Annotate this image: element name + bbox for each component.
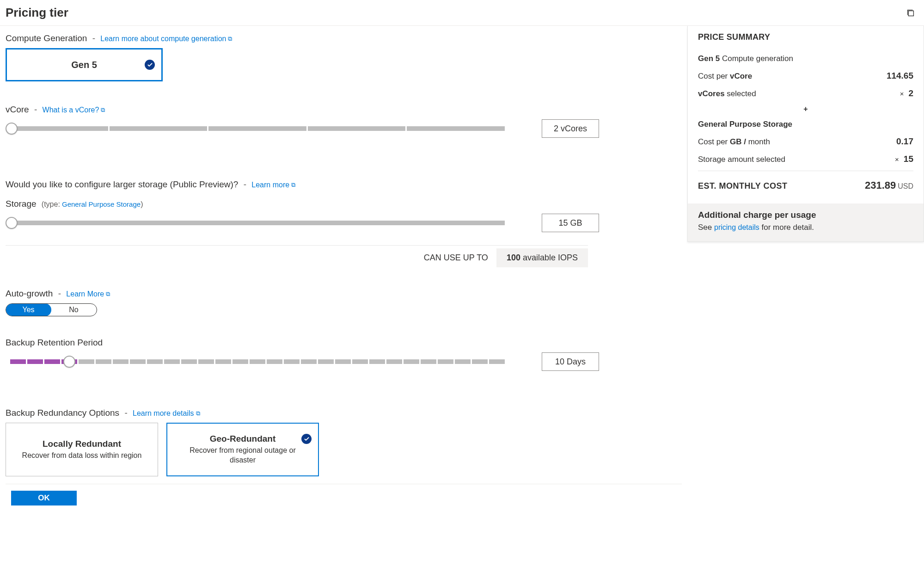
- auto-growth-no[interactable]: No: [51, 304, 97, 316]
- larger-storage-label: Would you like to configure larger stora…: [6, 179, 682, 190]
- vcore-slider[interactable]: [6, 124, 505, 133]
- slider-thumb[interactable]: [6, 217, 18, 229]
- blade-header: Pricing tier: [0, 0, 924, 26]
- external-link-icon: ⧉: [196, 410, 200, 417]
- ok-button[interactable]: OK: [11, 491, 77, 505]
- redundancy-learn-more-link[interactable]: Learn more details⧉: [133, 409, 200, 417]
- compute-generation-label: Compute Generation - Learn more about co…: [6, 33, 682, 43]
- slider-thumb[interactable]: [63, 356, 75, 368]
- price-summary-panel: PRICE SUMMARY Gen 5 Compute generation C…: [687, 26, 924, 518]
- storage-slider[interactable]: [6, 219, 505, 227]
- check-icon: [145, 60, 155, 70]
- summary-vcores-selected: vCores selected ×2: [698, 85, 913, 102]
- summary-plus: +: [698, 102, 913, 116]
- retention-label: Backup Retention Period: [6, 338, 682, 348]
- summary-cost-per-gb: Cost per GB / month 0.17: [698, 133, 913, 150]
- restore-window-icon[interactable]: [906, 8, 916, 18]
- slider-thumb[interactable]: [6, 123, 18, 135]
- page-title: Pricing tier: [6, 6, 68, 20]
- auto-growth-yes[interactable]: Yes: [6, 303, 51, 316]
- compute-generation-option-gen5[interactable]: Gen 5: [6, 48, 163, 81]
- redundancy-label: Backup Redundancy Options - Learn more d…: [6, 408, 682, 418]
- storage-value: 15 GB: [542, 214, 599, 232]
- auto-growth-label: Auto-growth - Learn More⧉: [6, 289, 682, 299]
- external-link-icon: ⧉: [291, 181, 295, 188]
- retention-slider[interactable]: [6, 357, 505, 366]
- retention-value: 10 Days: [542, 352, 599, 371]
- redundancy-option-locally[interactable]: Locally Redundant Recover from data loss…: [6, 423, 158, 476]
- summary-monthly-cost: EST. MONTHLY COST 231.89USD: [698, 176, 913, 195]
- summary-storage-heading: General Purpose Storage: [698, 116, 913, 133]
- summary-additional-charge: Additional charge per usage See pricing …: [688, 203, 924, 241]
- price-summary-title: PRICE SUMMARY: [698, 32, 913, 42]
- iops-indicator: CAN USE UP TO 100 available IOPS: [6, 245, 588, 267]
- external-link-icon: ⧉: [101, 106, 105, 113]
- external-link-icon: ⧉: [106, 290, 110, 297]
- storage-label: Storage (type: General Purpose Storage): [6, 199, 682, 209]
- redundancy-option-geo[interactable]: Geo-Redundant Recover from regional outa…: [166, 423, 319, 476]
- storage-type-link[interactable]: General Purpose Storage: [62, 200, 141, 208]
- external-link-icon: ⧉: [228, 35, 232, 42]
- vcore-learn-more-link[interactable]: What is a vCore?⧉: [43, 106, 105, 114]
- auto-growth-toggle[interactable]: Yes No: [6, 303, 97, 316]
- summary-storage-amount: Storage amount selected ×15: [698, 150, 913, 168]
- pricing-details-link[interactable]: pricing details: [714, 223, 759, 231]
- vcore-value: 2 vCores: [542, 119, 599, 138]
- check-icon: [301, 434, 312, 444]
- larger-storage-learn-more-link[interactable]: Learn more⧉: [251, 181, 295, 189]
- auto-growth-learn-more-link[interactable]: Learn More⧉: [66, 290, 110, 298]
- compute-generation-learn-more-link[interactable]: Learn more about compute generation⧉: [100, 35, 232, 43]
- summary-cost-per-vcore: Cost per vCore 114.65: [698, 67, 913, 85]
- svg-rect-0: [908, 11, 913, 16]
- summary-compute-generation: Gen 5 Compute generation: [698, 50, 913, 67]
- vcore-label: vCore - What is a vCore?⧉: [6, 105, 682, 115]
